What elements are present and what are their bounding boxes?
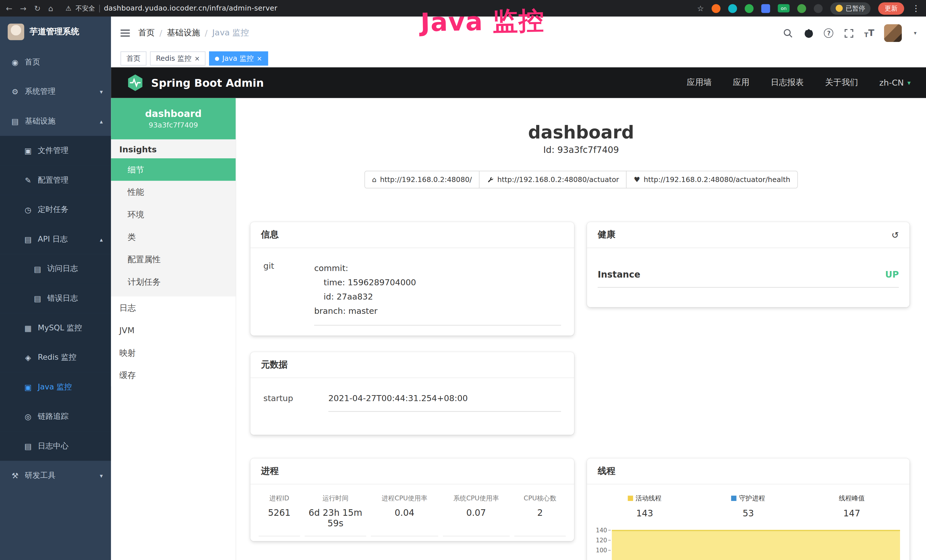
extension-icon-blue[interactable] <box>761 4 770 12</box>
chevron-down-icon: ▾ <box>100 472 103 479</box>
home-icon[interactable]: ⌂ <box>48 4 53 12</box>
sba-menu-configprops[interactable]: 配置属性 <box>111 248 236 271</box>
history-icon[interactable]: ↺ <box>891 230 899 240</box>
sidebar-item-access-log[interactable]: ▤ 访问日志 <box>0 254 111 283</box>
sidebar-item-java[interactable]: ▣ Java 监控 <box>0 372 111 402</box>
tab-java[interactable]: Java 监控 × <box>209 51 268 66</box>
app-title: 芋道管理系统 <box>30 27 79 37</box>
extension-on-badge[interactable]: on <box>778 4 790 12</box>
tab-label: Redis 监控 <box>156 53 192 64</box>
sidebar-item-redis[interactable]: ◈ Redis 监控 <box>0 343 111 372</box>
sba-nav-journal[interactable]: 日志报表 <box>770 77 803 88</box>
font-size-icon[interactable]: TT <box>864 28 874 38</box>
link-label: http://192.168.0.2:48080/actuator/health <box>644 176 790 184</box>
chevron-up-icon: ▴ <box>100 118 103 124</box>
sba-nav-wallboard[interactable]: 应用墙 <box>687 77 711 88</box>
bookmark-star-icon[interactable]: ☆ <box>697 4 704 12</box>
breadcrumb-separator: / <box>159 28 162 38</box>
url-text[interactable]: dashboard.yudao.iocoder.cn/infra/admin-s… <box>104 4 277 12</box>
gear-icon: ⚙ <box>11 87 20 96</box>
tab-redis[interactable]: Redis 监控 × <box>150 51 206 66</box>
instance-id: 93a3fc7f7409 <box>148 121 198 130</box>
threads-chart: 140 120 100 <box>587 527 909 560</box>
paused-badge[interactable]: 已暂停 <box>831 2 871 14</box>
process-card-title: 进程 <box>250 459 574 484</box>
tab-home[interactable]: 首页 <box>120 51 146 66</box>
search-icon[interactable] <box>783 28 793 38</box>
trace-icon: ◎ <box>24 412 33 421</box>
sba-menu-scheduled[interactable]: 计划任务 <box>111 271 236 293</box>
hamburger-icon[interactable] <box>120 30 130 37</box>
service-url-link[interactable]: ⌂ http://192.168.0.2:48080/ <box>364 171 480 188</box>
page-id: Id: 93a3fc7f7409 <box>236 145 926 155</box>
user-avatar[interactable] <box>884 24 902 42</box>
chart-area-series <box>612 530 900 560</box>
help-icon[interactable]: ? <box>824 28 834 38</box>
sidebar-item-home[interactable]: ◉ 首页 <box>0 47 111 77</box>
process-col-system-cpu: 系统CPU使用率 0.07 <box>443 494 510 536</box>
instance-header[interactable]: dashboard 93a3fc7f7409 <box>111 98 236 139</box>
sba-nav-applications[interactable]: 应用 <box>733 77 749 88</box>
sba-menu-jvm[interactable]: JVM <box>111 319 236 342</box>
sidebar-item-log-center[interactable]: ▤ 日志中心 <box>0 431 111 461</box>
breadcrumb-infra[interactable]: 基础设施 <box>167 28 200 38</box>
close-icon[interactable]: × <box>195 55 200 62</box>
sba-brand[interactable]: Spring Boot Admin <box>126 74 264 92</box>
health-instance-label: Instance <box>598 269 640 280</box>
sidebar-item-infra[interactable]: ▤ 基础设施 ▴ <box>0 106 111 136</box>
browser-menu-icon[interactable]: ⋮ <box>912 3 920 13</box>
database-icon: ▦ <box>24 324 33 332</box>
language-select[interactable]: zh-CN ▾ <box>879 78 911 87</box>
github-icon[interactable] <box>803 28 814 38</box>
sidebar-item-api-log[interactable]: ▤ API 日志 ▴ <box>0 224 111 254</box>
sidebar-item-cron[interactable]: ◷ 定时任务 <box>0 195 111 224</box>
sba-menu-classes[interactable]: 类 <box>111 226 236 248</box>
extension-icon-teal[interactable] <box>728 4 737 12</box>
breadcrumb-home[interactable]: 首页 <box>138 28 155 38</box>
extension-icon-dark[interactable] <box>814 4 823 12</box>
forward-icon[interactable]: → <box>20 4 27 12</box>
sidebar-item-error-log[interactable]: ▤ 错误日志 <box>0 283 111 313</box>
info-card: 信息 git commit: time: 1596289704000 id: 2… <box>250 222 574 336</box>
extension-icon-orange[interactable] <box>711 4 720 12</box>
sidebar-item-label: API 日志 <box>38 234 68 244</box>
close-icon[interactable]: × <box>257 55 262 62</box>
actuator-url-link[interactable]: http://192.168.0.2:48080/actuator <box>479 171 627 188</box>
sba-menu-logs[interactable]: 日志 <box>111 297 236 319</box>
sba-menu-metrics[interactable]: 性能 <box>111 181 236 203</box>
sidebar-item-label: 访问日志 <box>47 263 78 274</box>
sba-menu-environment[interactable]: 环境 <box>111 203 236 226</box>
tab-label: Java 监控 <box>222 53 254 64</box>
extension-icon-leaf[interactable] <box>797 4 806 12</box>
sidebar-item-label: 首页 <box>25 57 40 67</box>
annotation-java-monitor: Java 监控 <box>420 4 545 40</box>
sba-menu-details[interactable]: 细节 <box>111 158 236 181</box>
sidebar-item-config[interactable]: ✎ 配置管理 <box>0 165 111 195</box>
legend-daemon-threads: 守护进程 53 <box>696 494 800 519</box>
sidebar-item-trace[interactable]: ◎ 链路追踪 <box>0 402 111 431</box>
extension-icon-green[interactable] <box>744 4 754 12</box>
metadata-card: 元数据 startup 2021-04-27T00:44:31.254+08:0… <box>250 352 574 435</box>
fullscreen-icon[interactable] <box>844 28 854 38</box>
back-icon[interactable]: ← <box>6 4 12 12</box>
log-icon: ▤ <box>33 294 42 303</box>
chart-plot-area <box>611 527 903 560</box>
sba-menu-mappings[interactable]: 映射 <box>111 342 236 364</box>
sidebar-item-system[interactable]: ⚙ 系统管理 ▾ <box>0 77 111 106</box>
sidebar-item-label: MySQL 监控 <box>38 322 82 333</box>
sidebar-item-label: 链路追踪 <box>38 411 69 422</box>
update-button[interactable]: 更新 <box>878 2 904 14</box>
reload-icon[interactable]: ↻ <box>34 4 41 12</box>
warning-icon: ⚠ <box>66 5 71 12</box>
sidebar-item-file[interactable]: ▣ 文件管理 <box>0 136 111 165</box>
sidebar-item-devtools[interactable]: ⚒ 研发工具 ▾ <box>0 461 111 490</box>
sidebar-item-mysql[interactable]: ▦ MySQL 监控 <box>0 313 111 343</box>
sba-menu-caches[interactable]: 缓存 <box>111 364 236 387</box>
app-sidebar: 芋道管理系统 ◉ 首页 ⚙ 系统管理 ▾ ▤ 基础设施 ▴ ▣ 文件管理 ✎ 配… <box>0 17 111 560</box>
tab-label: 首页 <box>126 53 141 64</box>
address-bar[interactable]: ⚠ 不安全 dashboard.yudao.iocoder.cn/infra/a… <box>66 4 277 12</box>
monitor-icon: ▣ <box>24 383 33 391</box>
health-row[interactable]: Instance UP <box>598 248 899 288</box>
health-url-link[interactable]: ♥ http://192.168.0.2:48080/actuator/heal… <box>626 171 798 188</box>
sba-nav-about[interactable]: 关于我们 <box>825 77 858 88</box>
